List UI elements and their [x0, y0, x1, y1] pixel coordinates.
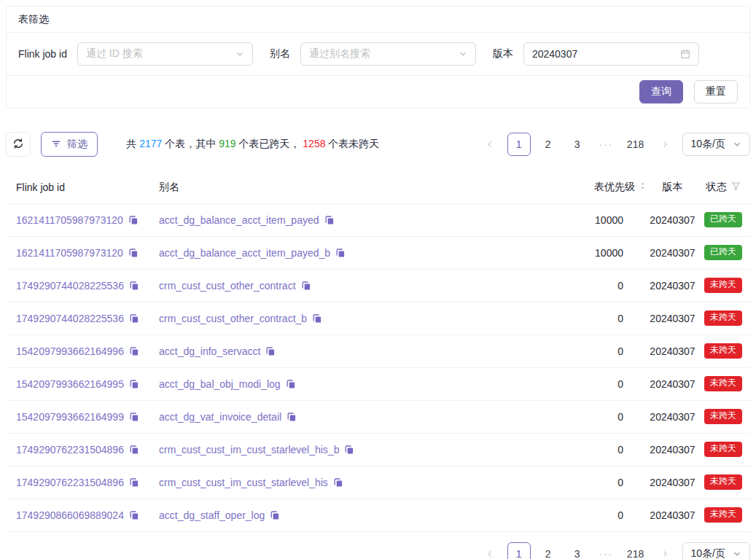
- alias-link[interactable]: crm_cust_cust_other_contract_b: [159, 313, 307, 324]
- copy-icon[interactable]: [301, 281, 311, 291]
- copy-icon[interactable]: [129, 477, 139, 488]
- alias-link[interactable]: crm_cust_cust_im_cust_starlevel_his: [159, 477, 328, 488]
- table-row: 1621411705987973120acct_dg_balance_acct_…: [6, 236, 750, 269]
- version-label: 版本: [493, 47, 513, 60]
- alias-link[interactable]: acct_dg_balance_acct_item_payed_b: [159, 247, 330, 259]
- alias-link[interactable]: acct_dg_vat_invoice_detail: [159, 411, 281, 423]
- alias-link[interactable]: acct_dg_info_servacct: [159, 345, 260, 357]
- alias-link[interactable]: acct_dg_staff_oper_log: [159, 509, 265, 521]
- alias-link[interactable]: crm_cust_cust_im_cust_starlevel_his_b: [159, 444, 339, 456]
- copy-icon[interactable]: [128, 248, 139, 258]
- version-date-input[interactable]: 20240307: [523, 42, 699, 66]
- copy-icon[interactable]: [287, 412, 297, 422]
- summary-text: 共 2177 个表，其中 919 个表已跨天， 1258 个表未跨天: [109, 126, 379, 163]
- flink-job-id-link[interactable]: 1749290866069889024: [16, 509, 124, 521]
- flink-job-id-link[interactable]: 1621411705987973120: [16, 247, 123, 259]
- status-badge: 未跨天: [704, 310, 742, 325]
- flink-job-id-link[interactable]: 1621411705987973120: [16, 214, 123, 226]
- column-priority-label: 表优先级: [594, 181, 635, 194]
- filter-funnel-icon[interactable]: [731, 181, 741, 193]
- pagination-page-1[interactable]: 1: [507, 542, 531, 559]
- version-date-value: 20240307: [532, 48, 680, 60]
- copy-icon[interactable]: [344, 445, 354, 455]
- pagination-prev-icon[interactable]: [478, 542, 502, 559]
- copy-icon[interactable]: [129, 313, 139, 324]
- pagination-next-icon[interactable]: [653, 133, 677, 156]
- page-size-value: 10条/页: [691, 138, 725, 151]
- table-row: 1542097993662164995acct_dg_bal_obj_modi_…: [6, 367, 750, 400]
- alias-link[interactable]: acct_dg_bal_obj_modi_log: [159, 378, 281, 390]
- copy-icon[interactable]: [265, 346, 276, 356]
- column-version: 版本: [649, 171, 696, 203]
- summary-prefix: 共: [126, 138, 139, 149]
- status-badge: 已跨天: [704, 245, 742, 259]
- sorter-icon[interactable]: [639, 181, 646, 193]
- pagination-prev-icon[interactable]: [478, 133, 502, 156]
- alias-select[interactable]: 通过别名搜索: [300, 42, 476, 66]
- copy-icon[interactable]: [129, 412, 139, 422]
- table-toolbar: 筛选 共 2177 个表，其中 919 个表已跨天， 1258 个表未跨天 12…: [6, 126, 750, 163]
- table-row: 1749290744028225536crm_cust_cust_other_c…: [6, 269, 750, 302]
- status-badge: 未跨天: [704, 507, 742, 522]
- alias-link[interactable]: acct_dg_balance_acct_item_payed: [159, 214, 319, 226]
- copy-icon[interactable]: [129, 379, 139, 389]
- flink-job-id-link[interactable]: 1749290762231504896: [16, 477, 124, 488]
- flink-job-id-label: Flink job id: [18, 48, 67, 60]
- copy-icon[interactable]: [270, 510, 280, 520]
- alias-link[interactable]: crm_cust_cust_other_contract: [159, 280, 296, 292]
- version-cell: 20240307: [649, 236, 696, 269]
- pagination-page-1[interactable]: 1: [507, 133, 531, 156]
- pagination-page-2[interactable]: 2: [537, 542, 560, 559]
- reset-button[interactable]: 重置: [694, 80, 738, 103]
- flink-job-id-link[interactable]: 1749290762231504896: [16, 444, 124, 456]
- priority-cell: 0: [547, 367, 649, 400]
- pagination-page-3[interactable]: 3: [566, 542, 589, 559]
- pagination-page-218[interactable]: 218: [624, 133, 647, 156]
- pagination-page-2[interactable]: 2: [537, 133, 560, 156]
- status-badge: 已跨天: [704, 212, 742, 227]
- pagination-next-icon[interactable]: [653, 542, 677, 559]
- priority-cell: 10000: [547, 203, 649, 236]
- tables-data-table: Flink job id 别名 表优先级 版本: [6, 171, 750, 532]
- flink-job-id-link[interactable]: 1749290744028225536: [16, 313, 124, 324]
- copy-icon[interactable]: [129, 281, 139, 291]
- pagination-ellipsis[interactable]: ···: [595, 542, 618, 559]
- search-button[interactable]: 查询: [639, 80, 683, 103]
- chevron-down-icon: [235, 50, 244, 58]
- copy-icon[interactable]: [312, 313, 322, 324]
- flink-job-id-link[interactable]: 1542097993662164995: [16, 378, 124, 390]
- flink-job-id-link[interactable]: 1542097993662164999: [16, 411, 124, 423]
- filter-card: 表筛选 Flink job id 通过 ID 搜索 别名 通过别名搜索: [6, 6, 750, 109]
- table-row: 1621411705987973120acct_dg_balance_acct_…: [6, 203, 750, 236]
- pagination-ellipsis[interactable]: ···: [595, 133, 618, 156]
- status-badge: 未跨天: [704, 278, 742, 292]
- copy-icon[interactable]: [333, 477, 343, 488]
- filter-toggle-button[interactable]: 筛选: [41, 132, 98, 157]
- version-cell: 20240307: [649, 466, 696, 499]
- flink-job-id-link[interactable]: 1749290744028225536: [16, 280, 124, 292]
- copy-icon[interactable]: [128, 215, 139, 225]
- copy-icon[interactable]: [129, 346, 139, 356]
- page-size-select[interactable]: 10条/页: [682, 133, 750, 156]
- chevron-down-icon: [733, 140, 741, 149]
- pagination-page-218[interactable]: 218: [624, 542, 647, 559]
- copy-icon[interactable]: [335, 248, 346, 258]
- pagination-page-3[interactable]: 3: [566, 133, 589, 156]
- copy-icon[interactable]: [129, 510, 139, 520]
- refresh-button[interactable]: [6, 132, 31, 157]
- copy-icon[interactable]: [324, 215, 335, 225]
- copy-icon[interactable]: [129, 445, 139, 455]
- flink-job-id-link[interactable]: 1542097993662164996: [16, 345, 124, 357]
- page-size-value: 10条/页: [691, 547, 725, 559]
- alias-placeholder: 通过别名搜索: [309, 47, 459, 60]
- status-badge: 未跨天: [704, 343, 742, 358]
- copy-icon[interactable]: [286, 379, 296, 389]
- status-badge: 未跨天: [704, 442, 742, 456]
- flink-job-id-select[interactable]: 通过 ID 搜索: [77, 42, 253, 66]
- page: 表筛选 Flink job id 通过 ID 搜索 别名 通过别名搜索: [0, 0, 756, 559]
- column-priority[interactable]: 表优先级: [547, 171, 649, 203]
- column-alias: 别名: [149, 171, 547, 203]
- version-cell: 20240307: [649, 400, 696, 433]
- version-cell: 20240307: [649, 367, 696, 400]
- page-size-select[interactable]: 10条/页: [682, 542, 750, 559]
